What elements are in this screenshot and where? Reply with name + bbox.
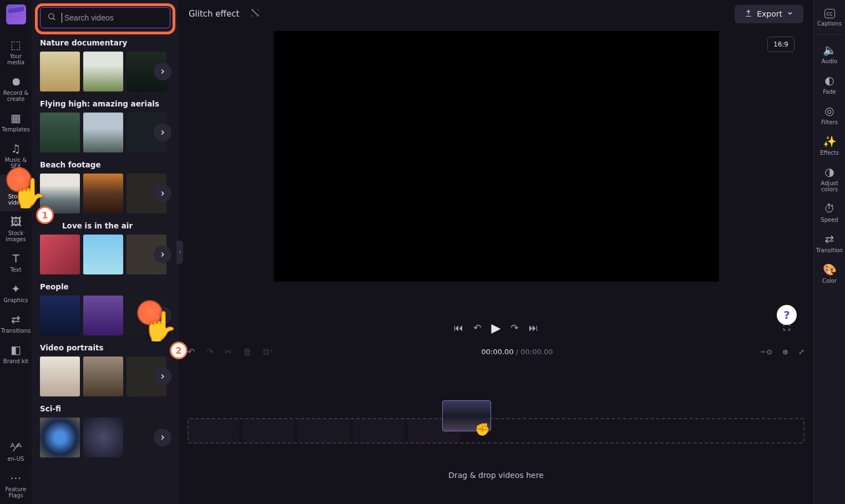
- right-item-label: Captions: [817, 21, 842, 27]
- sidebar-item-brand-kit[interactable]: ◧ Brand kit: [0, 339, 32, 370]
- category-thumb-row: [40, 235, 170, 274]
- duplicate-button[interactable]: ⧉⁺: [263, 347, 274, 357]
- stock-video-thumb[interactable]: [40, 357, 80, 396]
- split-button[interactable]: ✂: [225, 347, 232, 357]
- stock-video-thumb[interactable]: [83, 113, 123, 152]
- right-item-transition[interactable]: ⇄ Transition: [814, 228, 845, 259]
- right-item-label: Fade: [823, 89, 836, 95]
- left-sidebar: ⬚ Your media ⏺ Record & create ▦ Templat…: [0, 0, 32, 504]
- right-item-label: Filters: [821, 119, 838, 125]
- stock-video-thumb[interactable]: [83, 52, 123, 91]
- category-title: People: [40, 282, 170, 291]
- svg-point-0: [49, 14, 54, 19]
- forward-button[interactable]: ↷: [510, 322, 518, 333]
- aspect-ratio-button[interactable]: 16:9: [767, 37, 795, 52]
- stock-video-thumb[interactable]: [40, 235, 80, 274]
- stock-video-thumb[interactable]: [40, 52, 80, 91]
- right-item-label: Transition: [816, 247, 843, 253]
- play-button[interactable]: ▶: [492, 321, 501, 335]
- right-item-label: Adjust colors: [814, 180, 844, 192]
- search-input-field[interactable]: [64, 13, 163, 22]
- project-title[interactable]: Glitch effect: [189, 9, 239, 19]
- resize-crop-icon[interactable]: [250, 8, 260, 20]
- delete-button[interactable]: 🗑: [243, 347, 252, 357]
- top-bar: Glitch effect Export: [179, 0, 813, 28]
- sidebar-item-label: Templates: [2, 126, 30, 133]
- search-icon: [47, 12, 56, 23]
- stock-video-thumb[interactable]: [83, 418, 123, 457]
- preview-area: 16:9 ?: [179, 28, 813, 315]
- stock-video-thumb[interactable]: [83, 357, 123, 396]
- filters-icon: ◎: [824, 105, 834, 117]
- stock-video-icon: 🎞: [11, 179, 22, 191]
- sidebar-item-stock-video[interactable]: 🎞 Stock video: [0, 175, 32, 211]
- timeline[interactable]: ✊ Drag & drop videos here: [179, 363, 813, 504]
- category-next-button[interactable]: [154, 429, 171, 446]
- video-preview[interactable]: [274, 31, 719, 282]
- undo-button[interactable]: ↶: [188, 347, 195, 357]
- svg-line-2: [252, 9, 259, 16]
- right-item-fade[interactable]: ◐ Fade: [814, 70, 845, 100]
- category-thumb-row: [40, 52, 170, 91]
- export-button[interactable]: Export: [735, 5, 803, 23]
- sidebar-item-language[interactable]: ᴬ⁄ᴬ en-US: [0, 437, 32, 467]
- right-item-audio[interactable]: 🔈 Audio: [814, 39, 845, 70]
- sidebar-item-label: Brand kit: [3, 358, 28, 364]
- redo-button[interactable]: ↷: [206, 347, 213, 357]
- stock-categories-list[interactable]: Nature documentary Flying high: amazing …: [32, 35, 179, 504]
- sidebar-item-record-create[interactable]: ⏺ Record & create: [0, 71, 32, 108]
- zoom-in-button[interactable]: ⊕: [782, 348, 788, 356]
- media-icon: ⬚: [11, 39, 21, 51]
- timeline-drop-track[interactable]: [188, 418, 804, 444]
- right-item-speed[interactable]: ⏱ Speed: [814, 198, 845, 228]
- sidebar-item-feature-flags[interactable]: ⋯ Feature Flags: [0, 467, 32, 504]
- category-next-button[interactable]: [154, 185, 171, 202]
- category-thumb-row: [40, 296, 170, 335]
- sidebar-item-label: Feature Flags: [1, 486, 31, 498]
- category-next-button[interactable]: [154, 124, 171, 141]
- category-title: Love is in the air: [40, 221, 170, 230]
- app-logo[interactable]: [6, 4, 26, 24]
- right-item-filters[interactable]: ◎ Filters: [814, 100, 845, 131]
- right-item-adjust-colors[interactable]: ◑ Adjust colors: [814, 161, 845, 198]
- search-input[interactable]: [40, 7, 170, 28]
- category-next-button[interactable]: [154, 368, 171, 385]
- stock-video-thumb[interactable]: [83, 235, 123, 274]
- fit-timeline-button[interactable]: ⤢: [798, 348, 804, 356]
- sidebar-item-text[interactable]: T Text: [0, 248, 32, 278]
- sidebar-item-templates[interactable]: ▦ Templates: [0, 108, 32, 138]
- skip-start-button[interactable]: ⏮: [454, 322, 463, 333]
- stock-video-thumb[interactable]: [40, 418, 80, 457]
- category-next-button[interactable]: [154, 246, 171, 263]
- stock-video-thumb[interactable]: [40, 113, 80, 152]
- timecode-duration: 00:00.00: [520, 348, 553, 356]
- rewind-button[interactable]: ↶: [473, 322, 481, 333]
- help-button[interactable]: ?: [777, 305, 797, 325]
- category-next-button[interactable]: [154, 307, 171, 324]
- sidebar-item-your-media[interactable]: ⬚ Your media: [0, 34, 32, 71]
- stock-video-thumb[interactable]: [40, 296, 80, 335]
- sidebar-item-music-sfx[interactable]: ♫ Music & SFX: [0, 138, 32, 175]
- right-item-label: Speed: [821, 217, 838, 223]
- color-icon: 🎨: [823, 263, 837, 276]
- templates-icon: ▦: [11, 112, 21, 124]
- sidebar-item-graphics[interactable]: ✦ Graphics: [0, 278, 32, 309]
- sidebar-item-stock-images[interactable]: 🖼 Stock images: [0, 211, 32, 248]
- stock-video-thumb[interactable]: [83, 296, 123, 335]
- sidebar-item-transitions[interactable]: ⇄ Transitions: [0, 309, 32, 339]
- captions-icon: cc: [824, 9, 835, 18]
- right-item-captions[interactable]: cc Captions: [814, 4, 845, 32]
- skip-end-button[interactable]: ⏭: [529, 322, 538, 333]
- right-item-color[interactable]: 🎨 Color: [814, 259, 845, 289]
- right-sidebar: cc Captions 🔈 Audio ◐ Fade ◎ Filters ✨ E…: [813, 0, 845, 504]
- category-next-button[interactable]: [154, 63, 171, 80]
- upload-icon: [745, 9, 752, 19]
- right-item-label: Effects: [820, 150, 839, 156]
- right-item-effects[interactable]: ✨ Effects: [814, 131, 845, 161]
- stock-video-thumb[interactable]: [40, 174, 80, 213]
- zoom-out-button[interactable]: −⊙: [760, 348, 772, 356]
- sidebar-item-label: Record & create: [1, 90, 31, 102]
- stock-images-icon: 🖼: [11, 216, 22, 228]
- stock-video-thumb[interactable]: [83, 174, 123, 213]
- category-title: Sci-fi: [40, 404, 170, 413]
